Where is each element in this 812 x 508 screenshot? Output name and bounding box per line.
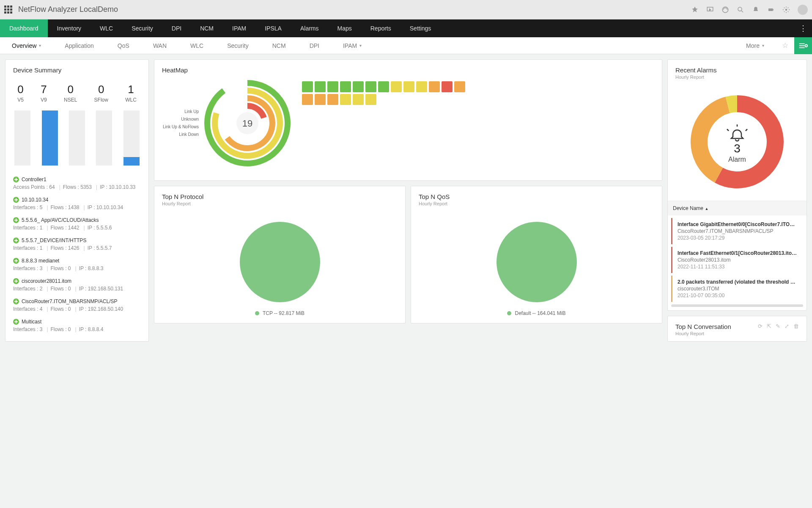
- alarm-row[interactable]: 2.0 packets transferred (violated the th…: [671, 276, 803, 302]
- presentation-icon[interactable]: [706, 6, 714, 14]
- alarm-row[interactable]: Interface GigabitEthernet0/0[CiscoRouter…: [671, 218, 803, 244]
- device-row[interactable]: CiscoRouter7.ITOM_NBARSNMP/ACL/SPInterfa…: [13, 295, 141, 315]
- user-avatar[interactable]: [798, 5, 808, 15]
- device-list: Controller1Access Points : 64|Flows : 53…: [5, 170, 148, 339]
- nav-overflow-icon[interactable]: ⋮: [794, 24, 812, 33]
- heat-tile[interactable]: [391, 81, 402, 92]
- expand-plus-icon[interactable]: [13, 197, 19, 203]
- subnav-application[interactable]: Application: [53, 37, 106, 54]
- tile-row: [302, 94, 465, 105]
- delete-icon[interactable]: 🗑: [793, 323, 799, 329]
- topbar: NetFlow Analyzer LocalDemo: [0, 0, 812, 19]
- expand-plus-icon[interactable]: [13, 217, 19, 223]
- expand-plus-icon[interactable]: [13, 177, 19, 182]
- expand-plus-icon[interactable]: [13, 278, 19, 284]
- horizontal-scrollbar[interactable]: [671, 304, 803, 307]
- nav-ipsla[interactable]: IPSLA: [255, 19, 291, 37]
- device-row[interactable]: 10.10.10.34Interfaces : 5|Flows : 1438|I…: [13, 193, 141, 214]
- heat-tile[interactable]: [365, 81, 376, 92]
- export-icon[interactable]: ⇱: [767, 323, 771, 329]
- summary-stat: 1WLC: [125, 83, 137, 103]
- edit-icon[interactable]: ✎: [776, 323, 780, 329]
- heat-tile[interactable]: [429, 81, 440, 92]
- nav-maps[interactable]: Maps: [328, 19, 361, 37]
- subnav-dpi[interactable]: DPI: [298, 37, 331, 54]
- device-row[interactable]: 5.5.5.7_DEVICE/INT/HTTPSInterfaces : 1|F…: [13, 234, 141, 254]
- card-subtitle: Hourly Report: [675, 331, 799, 336]
- device-row[interactable]: Controller1Access Points : 64|Flows : 53…: [13, 173, 141, 193]
- summary-bar: [123, 110, 140, 166]
- gear-icon[interactable]: [782, 6, 790, 14]
- heat-tile[interactable]: [378, 81, 389, 92]
- expand-plus-icon[interactable]: [13, 258, 19, 264]
- expand-plus-icon[interactable]: [13, 319, 19, 325]
- heatmap-radial-labels: Link UpUnknownLink Up & NoFlowsLink Down: [163, 108, 199, 138]
- heat-tile[interactable]: [302, 81, 313, 92]
- heat-tile[interactable]: [353, 94, 364, 105]
- topbar-actions: [691, 5, 808, 15]
- summary-bar: [96, 110, 112, 166]
- nav-dashboard[interactable]: Dashboard: [0, 19, 48, 37]
- summary-bar: [69, 110, 85, 166]
- card-subtitle: Hourly Report: [162, 201, 398, 206]
- heat-tile[interactable]: [416, 81, 427, 92]
- card-title: HeatMap: [162, 66, 654, 74]
- main-nav: DashboardInventoryWLCSecurityDPINCMIPAMI…: [0, 19, 812, 37]
- card-subtitle: Hourly Report: [675, 75, 799, 80]
- subnav-overview[interactable]: Overview▾: [0, 37, 53, 54]
- subnav-ncm[interactable]: NCM: [261, 37, 298, 54]
- heat-tile[interactable]: [340, 81, 351, 92]
- support-icon[interactable]: [721, 6, 729, 14]
- nav-settings[interactable]: Settings: [401, 19, 441, 37]
- heat-tile[interactable]: [340, 94, 351, 105]
- favorite-icon[interactable]: ☆: [776, 41, 794, 50]
- nav-inventory[interactable]: Inventory: [48, 19, 91, 37]
- bell-icon[interactable]: [752, 6, 760, 14]
- subnav-qos[interactable]: QoS: [106, 37, 141, 54]
- svg-text:19: 19: [242, 118, 252, 129]
- subnav-ipam[interactable]: IPAM▾: [331, 37, 373, 54]
- nav-alarms[interactable]: Alarms: [291, 19, 328, 37]
- subnav-wan[interactable]: WAN: [141, 37, 178, 54]
- heat-tile[interactable]: [315, 81, 326, 92]
- rocket-icon[interactable]: [691, 6, 699, 14]
- heat-tile[interactable]: [353, 81, 364, 92]
- search-icon[interactable]: [737, 6, 744, 14]
- nav-dpi[interactable]: DPI: [162, 19, 191, 37]
- heat-tile[interactable]: [454, 81, 465, 92]
- alarms-table-header[interactable]: Device Name ▲: [668, 201, 807, 215]
- battery-icon[interactable]: [767, 6, 775, 14]
- nav-wlc[interactable]: WLC: [91, 19, 122, 37]
- card-subtitle: Hourly Report: [419, 201, 654, 206]
- device-row[interactable]: MulticastInterfaces : 3|Flows : 0|IP : 8…: [13, 315, 141, 336]
- nav-ipam[interactable]: IPAM: [223, 19, 255, 37]
- nav-ncm[interactable]: NCM: [191, 19, 223, 37]
- device-row[interactable]: ciscorouter28011.itomInterfaces : 2|Flow…: [13, 275, 141, 295]
- alarm-row[interactable]: Interface FastEthernet0/1[CiscoRouter280…: [671, 247, 803, 273]
- subnav-security[interactable]: Security: [215, 37, 261, 54]
- widget-action-icons: ⟳ ⇱ ✎ ⤢ 🗑: [758, 323, 799, 329]
- device-row[interactable]: 8.8.8.3 medianetInterfaces : 3|Flows : 0…: [13, 254, 141, 275]
- heat-tile[interactable]: [365, 94, 376, 105]
- subnav-wlc[interactable]: WLC: [178, 37, 215, 54]
- heat-tile[interactable]: [302, 94, 313, 105]
- heat-tile[interactable]: [327, 94, 338, 105]
- heat-tile[interactable]: [327, 81, 338, 92]
- subnav-more[interactable]: More▾: [734, 37, 776, 54]
- refresh-icon[interactable]: ⟳: [758, 323, 763, 329]
- expand-plus-icon[interactable]: [13, 298, 19, 304]
- nav-reports[interactable]: Reports: [361, 19, 401, 37]
- add-widget-button[interactable]: [794, 37, 812, 54]
- app-title: NetFlow Analyzer LocalDemo: [18, 5, 118, 14]
- expand-icon[interactable]: ⤢: [785, 323, 789, 329]
- heat-tile[interactable]: [315, 94, 326, 105]
- svg-point-9: [240, 222, 320, 302]
- apps-launcher-icon[interactable]: [4, 6, 12, 14]
- card-heatmap: HeatMap Link UpUnknownLink Up & NoFlowsL…: [154, 59, 662, 181]
- heat-tile[interactable]: [403, 81, 414, 92]
- expand-plus-icon[interactable]: [13, 237, 19, 243]
- heat-tile[interactable]: [442, 81, 453, 92]
- nav-security[interactable]: Security: [122, 19, 162, 37]
- card-recent-alarms: Recent Alarms Hourly Report 3Alarm Devic…: [667, 59, 807, 311]
- device-row[interactable]: 5.5.5.6_ App/AVC/CLOUD/AttacksInterfaces…: [13, 214, 141, 234]
